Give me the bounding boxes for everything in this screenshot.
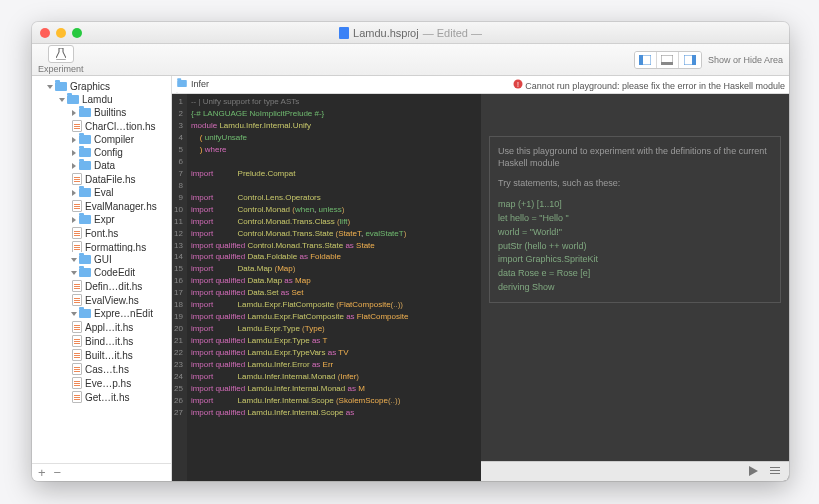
tree-file[interactable]: Get…it.hs	[32, 390, 171, 404]
code-line[interactable]: import qualified Data.Map as Map	[191, 275, 409, 287]
tree-file[interactable]: EvalManager.hs	[32, 199, 171, 213]
code-line[interactable]: import qualified Lamdu.Infer.Error as Er…	[191, 359, 409, 371]
code-line[interactable]: import qualified Data.Foldable as Foldab…	[191, 252, 409, 263]
tree-folder[interactable]: Expre…nEdit	[32, 307, 171, 320]
layout-left-icon[interactable]	[635, 52, 657, 68]
remove-button[interactable]: −	[54, 465, 62, 480]
layout-segmented-control[interactable]	[634, 51, 702, 69]
code-line[interactable]	[191, 180, 409, 192]
tree-folder[interactable]: Expr	[32, 213, 171, 226]
code-line[interactable]: import qualified Lamdu.Infer.Internal.Mo…	[191, 383, 409, 395]
tree-item-label: Expr	[94, 214, 115, 225]
code-line[interactable]: import Data.Map (Map)	[191, 263, 409, 275]
disclosure-icon[interactable]	[72, 110, 76, 116]
add-button[interactable]: +	[38, 465, 46, 480]
edited-status: — Edited —	[423, 27, 482, 39]
tree-file[interactable]: Cas…t.hs	[32, 362, 171, 376]
code-line[interactable]: import qualified Data.Set as Set	[191, 287, 409, 299]
code-line[interactable]: import qualified Lamdu.Expr.Type as T	[191, 335, 409, 347]
disclosure-icon[interactable]	[59, 98, 65, 102]
code-editor[interactable]: 1234567891011121314151617181920212223242…	[172, 94, 481, 481]
folder-icon	[79, 148, 91, 157]
code-line[interactable]: import Control.Monad.Trans.State (StateT…	[191, 228, 409, 240]
haskell-file-icon	[72, 335, 82, 347]
experiment-button[interactable]	[48, 45, 74, 63]
code-line[interactable]: -- | Unify support for type ASTs	[191, 96, 409, 108]
tree-folder[interactable]: Builtins	[32, 106, 171, 119]
haskell-file-icon	[72, 363, 82, 375]
disclosure-icon[interactable]	[71, 271, 77, 275]
tree-file[interactable]: Formatting.hs	[32, 240, 171, 253]
sidebar-footer: + −	[32, 463, 171, 481]
tree-file[interactable]: Defin…dit.hs	[32, 279, 171, 293]
tree-file[interactable]: EvalView.hs	[32, 293, 171, 307]
code-line[interactable]: import Lamdu.Infer.Internal.Scope (Skole…	[191, 395, 409, 407]
code-line[interactable]: import Lamdu.Expr.Type (Type)	[191, 323, 409, 335]
list-icon[interactable]	[769, 465, 781, 479]
disclosure-icon[interactable]	[71, 258, 77, 262]
file-tree-sidebar[interactable]: GraphicsLamduBuiltinsCharCl…tion.hsCompi…	[32, 76, 172, 481]
breadcrumb-segment[interactable]: Infer	[176, 79, 221, 89]
code-line[interactable]: import Control.Monad.Trans.Class (lift)	[191, 216, 409, 228]
code-line[interactable]: ( unifyUnsafe	[191, 132, 409, 144]
code-line[interactable]: import qualified Control.Monad.Trans.Sta…	[191, 240, 409, 252]
code-line[interactable]: import Control.Monad (when, unless)	[191, 204, 409, 216]
playground-hint-box: Use this playground to experiment with t…	[489, 136, 781, 303]
tree-file[interactable]: Appl…it.hs	[32, 320, 171, 334]
tree-file[interactable]: Bind…it.hs	[32, 334, 171, 348]
tree-folder[interactable]: Lamdu	[32, 93, 171, 106]
tree-folder[interactable]: Compiler	[32, 133, 171, 146]
tree-folder[interactable]: Data	[32, 159, 171, 172]
tree-folder[interactable]: Eval	[32, 186, 171, 199]
playground-pane[interactable]: Use this playground to experiment with t…	[481, 94, 789, 481]
code-line[interactable]	[191, 156, 409, 168]
layout-right-icon[interactable]	[679, 52, 701, 68]
code-line[interactable]: ) where	[191, 144, 409, 156]
tree-item-label: Compiler	[94, 134, 134, 145]
code-line[interactable]: import Lamdu.Expr.FlatComposite (FlatCom…	[191, 299, 409, 311]
tree-file[interactable]: DataFile.hs	[32, 172, 171, 186]
layout-bottom-icon[interactable]	[657, 52, 679, 68]
error-icon: !	[513, 79, 523, 89]
disclosure-icon[interactable]	[72, 150, 76, 156]
code-line[interactable]: module Lamdu.Infer.Internal.Unify	[191, 120, 409, 132]
disclosure-icon[interactable]	[71, 312, 77, 316]
tree-folder[interactable]: Config	[32, 146, 171, 159]
titlebar: Lamdu.hsproj — Edited —	[32, 22, 789, 44]
tree-file[interactable]: CharCl…tion.hs	[32, 119, 171, 133]
folder-icon	[79, 255, 91, 264]
playground-example-line: world = "World!"	[498, 225, 772, 239]
disclosure-icon[interactable]	[47, 85, 53, 89]
disclosure-icon[interactable]	[72, 163, 76, 169]
code-line[interactable]: import Lamdu.Infer.Internal.Monad (Infer…	[191, 371, 409, 383]
tree-folder[interactable]: Graphics	[32, 80, 171, 93]
tree-file[interactable]: Eve…p.hs	[32, 376, 171, 390]
disclosure-icon[interactable]	[72, 137, 76, 143]
tree-item-label: DataFile.hs	[85, 174, 136, 185]
folder-icon	[79, 135, 91, 144]
code-content[interactable]: -- | Unify support for type ASTs{-# LANG…	[187, 94, 412, 481]
svg-rect-5	[692, 55, 696, 65]
disclosure-icon[interactable]	[72, 217, 76, 223]
code-line[interactable]: import qualified Lamdu.Expr.TypeVars as …	[191, 347, 409, 359]
code-line[interactable]: import qualified Lamdu.Infer.Internal.Sc…	[191, 407, 409, 419]
tree-item-label: Expre…nEdit	[94, 308, 153, 319]
run-icon[interactable]	[747, 465, 759, 479]
code-line[interactable]: {-# LANGUAGE NoImplicitPrelude #-}	[191, 108, 409, 120]
svg-rect-3	[661, 62, 673, 65]
code-line[interactable]: import Prelude.Compat	[191, 168, 409, 180]
tree-item-label: Font.hs	[85, 228, 118, 239]
tree-file[interactable]: Built…it.hs	[32, 348, 171, 362]
minimize-icon[interactable]	[56, 28, 66, 38]
playground-hint-1: Use this playground to experiment with t…	[498, 145, 772, 169]
haskell-file-icon	[72, 377, 82, 389]
close-icon[interactable]	[40, 28, 50, 38]
disclosure-icon[interactable]	[72, 190, 76, 196]
tree-item-label: Config	[94, 147, 123, 158]
zoom-icon[interactable]	[72, 28, 82, 38]
tree-folder[interactable]: GUI	[32, 253, 171, 266]
tree-file[interactable]: Font.hs	[32, 226, 171, 240]
tree-folder[interactable]: CodeEdit	[32, 266, 171, 279]
code-line[interactable]: import qualified Lamdu.Expr.FlatComposit…	[191, 311, 409, 323]
code-line[interactable]: import Control.Lens.Operators	[191, 192, 409, 204]
